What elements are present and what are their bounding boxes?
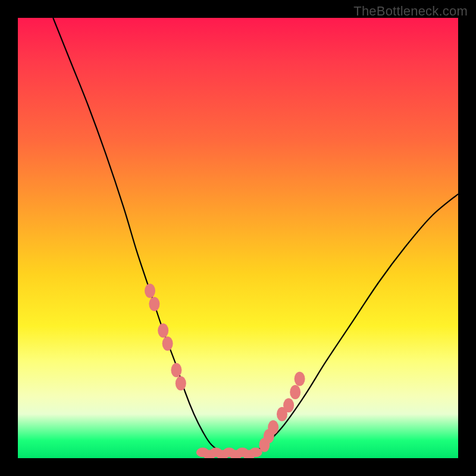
valley-blob <box>249 447 262 457</box>
marker-dot <box>268 420 278 434</box>
marker-dot <box>171 363 181 377</box>
marker-dot <box>158 323 168 337</box>
attribution-text: TheBottleneck.com <box>353 4 468 19</box>
marker-dot <box>162 337 173 351</box>
bottleneck-curve <box>53 18 458 456</box>
chart-frame: TheBottleneck.com <box>0 0 476 476</box>
valley-cluster <box>196 447 262 458</box>
marker-dot <box>149 297 159 311</box>
marker-dot <box>295 372 305 386</box>
marker-dot <box>283 398 294 412</box>
marker-dot <box>176 376 186 390</box>
marker-dot <box>145 284 155 298</box>
plot-area <box>18 18 458 458</box>
curve-layer <box>18 18 458 458</box>
marker-dot <box>290 385 300 399</box>
markers-right <box>259 372 305 452</box>
